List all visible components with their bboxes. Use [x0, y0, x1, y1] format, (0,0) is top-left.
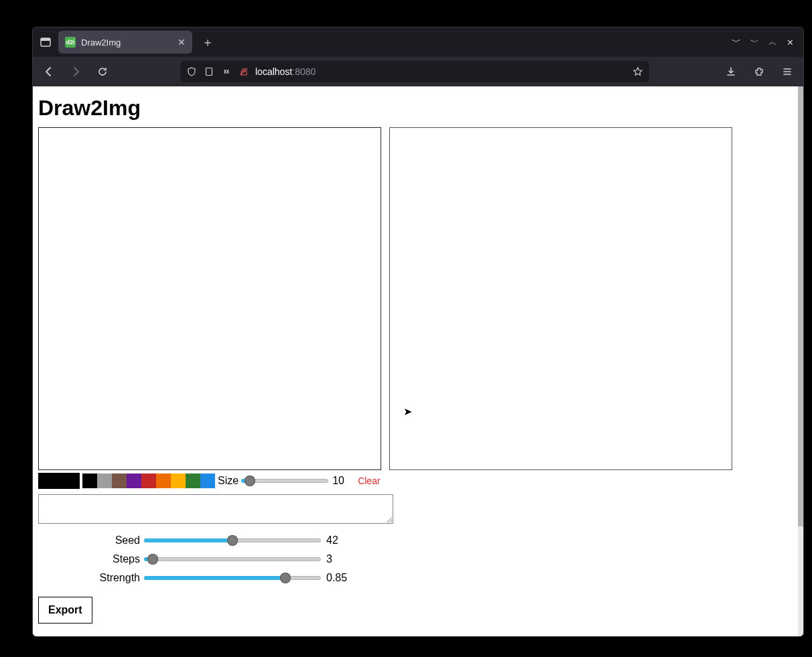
params-panel: Seed 42 Steps 3 Strength: [38, 531, 798, 587]
steps-value: 3: [326, 553, 332, 565]
browser-toolbar: localhost:8080: [33, 57, 803, 86]
color-swatch[interactable]: [141, 473, 156, 488]
tab-strip: d2i Draw2Img ✕ ＋ ﹀ ﹀ ︿ ✕: [33, 27, 803, 57]
strength-label: Strength: [38, 572, 144, 584]
color-swatch[interactable]: [186, 473, 200, 488]
page-scrollbar-thumb[interactable]: [798, 86, 803, 526]
tab-favicon: d2i: [65, 37, 76, 48]
svg-rect-2: [206, 68, 212, 76]
list-tabs-button[interactable]: ﹀: [732, 36, 741, 48]
color-swatch[interactable]: [156, 473, 171, 488]
url-text[interactable]: localhost:8080: [255, 66, 626, 77]
svg-rect-1: [41, 38, 50, 41]
color-swatch[interactable]: [112, 473, 127, 488]
output-canvas: ➤: [389, 127, 732, 470]
page-content: Draw2Img ➤ Size 10 Clear: [33, 86, 803, 636]
color-swatch[interactable]: [200, 473, 215, 488]
strength-slider[interactable]: [144, 572, 321, 584]
color-swatch[interactable]: [127, 473, 141, 488]
strength-value: 0.85: [326, 572, 347, 584]
page-scrollbar[interactable]: [798, 86, 803, 636]
insecure-icon[interactable]: [238, 66, 250, 78]
browser-tab[interactable]: d2i Draw2Img ✕: [58, 31, 192, 54]
color-swatch[interactable]: [171, 473, 186, 488]
size-label: Size: [218, 475, 239, 487]
window-minimize-button[interactable]: ﹀: [750, 36, 759, 48]
nav-forward-button[interactable]: [66, 62, 85, 81]
window-maximize-button[interactable]: ︿: [768, 36, 777, 48]
close-tab-button[interactable]: ✕: [178, 38, 186, 47]
nav-reload-button[interactable]: [93, 62, 112, 81]
color-swatch[interactable]: [97, 473, 112, 488]
svg-point-4: [227, 71, 228, 72]
bookmark-star-icon[interactable]: [632, 66, 644, 78]
color-swatch-row: [82, 473, 215, 488]
nav-back-button[interactable]: [40, 62, 58, 81]
seed-value: 42: [326, 534, 338, 546]
draw-toolbar: Size 10 Clear: [38, 473, 798, 489]
url-host: localhost: [255, 66, 292, 77]
color-swatch[interactable]: [82, 473, 97, 488]
permissions-icon[interactable]: [220, 66, 232, 78]
draw-canvas[interactable]: [38, 127, 381, 470]
page-info-icon[interactable]: [203, 66, 215, 78]
seed-label: Seed: [38, 534, 144, 546]
firefox-view-icon[interactable]: [38, 35, 53, 50]
new-tab-button[interactable]: ＋: [198, 32, 218, 52]
url-bar[interactable]: localhost:8080: [180, 61, 649, 82]
current-color-swatch[interactable]: [38, 473, 80, 489]
window-close-button[interactable]: ✕: [787, 38, 794, 48]
tab-title: Draw2Img: [81, 38, 172, 48]
export-button[interactable]: Export: [38, 597, 92, 624]
app-title: Draw2Img: [38, 96, 798, 121]
shield-icon[interactable]: [186, 66, 198, 78]
prompt-input[interactable]: [38, 494, 393, 524]
steps-slider[interactable]: [144, 553, 321, 565]
downloads-icon[interactable]: [722, 62, 740, 81]
extensions-icon[interactable]: [750, 62, 768, 81]
svg-point-3: [224, 71, 226, 72]
steps-label: Steps: [38, 553, 144, 565]
mouse-cursor-icon: ➤: [403, 405, 412, 418]
clear-button[interactable]: Clear: [358, 476, 380, 486]
seed-slider[interactable]: [144, 534, 321, 546]
size-value: 10: [332, 475, 348, 487]
size-slider[interactable]: [241, 475, 328, 487]
app-menu-icon[interactable]: [778, 62, 797, 81]
url-port: :8080: [292, 66, 316, 77]
